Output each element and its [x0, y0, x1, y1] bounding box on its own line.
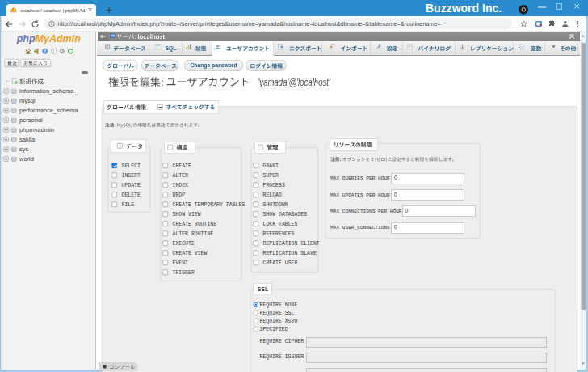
svg-text:?: ?: [44, 49, 46, 53]
